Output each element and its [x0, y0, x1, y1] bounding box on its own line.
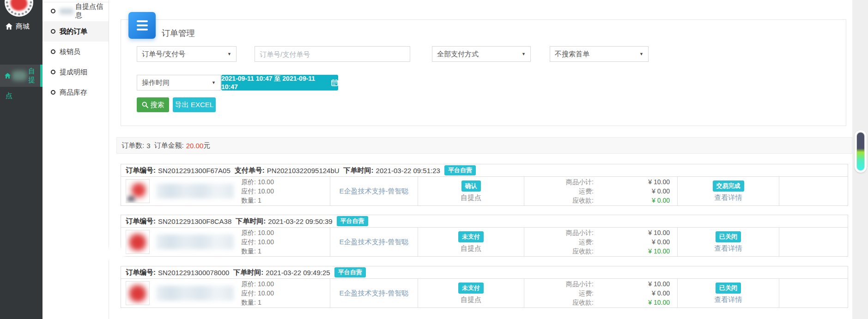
redaction-smudge	[99, 247, 125, 260]
filter-panel	[121, 19, 846, 126]
product-cell: 原价:10.00 应付:10.00 数量:1	[121, 279, 330, 307]
page-title: 订单管理	[162, 28, 195, 39]
empty-cell	[779, 228, 848, 256]
order-card: 订单编号:SN2012291300F67A05 支付单号:PN202103220…	[121, 164, 848, 206]
pay-status-badge: 未支付	[458, 231, 484, 242]
sidebar-item-mall[interactable]: 商城	[0, 19, 42, 33]
order-number-input[interactable]	[255, 46, 410, 62]
order-number: SN2012291300078000	[158, 269, 229, 277]
platform-self-operated-badge: 平台自营	[337, 216, 368, 226]
date-range-button[interactable]: 2021-09-11 10:47 至 2021-09-11 10:47	[221, 75, 338, 90]
product-cell: 原价:10.00 应付:10.00 数量:1	[121, 228, 330, 256]
dark-sidebar: 商城 自提 点	[0, 0, 42, 319]
price-info: 原价:10.00 应付:10.00 数量:1	[241, 279, 325, 307]
submenu-sidebar: 自提点信息 我的订单 核销员 提成明细 商品库存	[42, 0, 109, 319]
radio-circle-icon	[51, 70, 55, 74]
receivable-amount: ¥ 0.00	[594, 196, 670, 205]
payment-method-select[interactable]: 全部支付方式 ▼	[432, 46, 531, 62]
scrollbar-thumb[interactable]	[856, 132, 865, 171]
totals-cell: 商品小计:¥ 10.00 运费:¥ 0.00 应收款:¥ 0.00	[524, 177, 677, 205]
time-type-select[interactable]: 操作时间 ▼	[137, 75, 221, 90]
submenu-item-label: 我的订单	[60, 27, 87, 36]
buyer-name: E企盈技术支持-曾智聪	[340, 289, 409, 298]
sidebar-item-pickup-point[interactable]: 自提	[0, 65, 42, 87]
order-number: SN2012291300F67A05	[158, 167, 231, 175]
platform-self-operated-badge: 平台自营	[334, 267, 366, 277]
order-row: 原价:10.00 应付:10.00 数量:1 E企盈技术支持-曾智聪 未支付 自…	[121, 279, 848, 307]
order-number: SN2012291300F8CA38	[158, 217, 231, 225]
order-status-badge: 交易完成	[713, 181, 744, 192]
order-amount: 20.00	[186, 142, 204, 150]
export-excel-button[interactable]: 导出 EXCEL	[173, 97, 216, 112]
calendar-icon	[331, 79, 338, 86]
product-thumbnail	[126, 179, 150, 203]
order-status-cell: 已关闭 查看详情	[677, 228, 779, 256]
radio-circle-icon	[51, 29, 55, 34]
submenu-item-label: 商品库存	[60, 88, 87, 97]
order-card: 订单编号:SN2012291300078000 下单时间:2021-03-22 …	[121, 266, 848, 308]
order-header: 订单编号:SN2012291300F8CA38 下单时间:2021-03-22 …	[121, 215, 848, 228]
buyer-name: E企盈技术支持-曾智聪	[340, 187, 409, 196]
submenu-item-label: 自提点信息	[75, 2, 109, 20]
menu-toggle-button[interactable]	[128, 12, 156, 39]
redacted-text-blob	[12, 71, 27, 81]
dropdown-arrow-icon: ▼	[212, 80, 216, 85]
sidebar-item-label: 商城	[16, 22, 30, 31]
order-status-badge: 已关闭	[716, 283, 741, 294]
delivery-method: 自提点	[461, 295, 481, 304]
empty-cell	[779, 279, 848, 307]
submenu-item-pickup-info[interactable]: 自提点信息	[42, 1, 109, 21]
view-detail-link[interactable]: 查看详情	[715, 193, 742, 202]
product-name-redacted	[156, 184, 234, 199]
empty-cell	[779, 177, 848, 205]
pay-status-cell: 确认 自提点	[418, 177, 524, 205]
view-detail-link[interactable]: 查看详情	[715, 295, 742, 304]
amount-unit: 元	[203, 141, 210, 150]
orders-summary-bar: 订单数: 3 订单金额: 20.00 元	[116, 137, 852, 154]
search-button[interactable]: 搜索	[137, 97, 169, 112]
submenu-item-my-orders[interactable]: 我的订单	[42, 21, 109, 42]
radio-circle-icon	[51, 49, 55, 54]
dropdown-arrow-icon: ▼	[522, 52, 526, 56]
order-row: 原价:10.00 应付:10.00 数量:1 E企盈技术支持-曾智聪 确认 自提…	[121, 177, 848, 205]
submenu-item-label: 提成明细	[60, 68, 87, 77]
submenu-item-label: 核销员	[60, 48, 80, 56]
order-header: 订单编号:SN2012291300F67A05 支付单号:PN202103220…	[121, 164, 848, 177]
order-number-type-select[interactable]: 订单号/支付号 ▼	[137, 46, 237, 62]
home-icon	[5, 72, 11, 79]
home-icon	[6, 23, 12, 30]
order-row: 原价:10.00 应付:10.00 数量:1 E企盈技术支持-曾智聪 未支付 自…	[121, 228, 848, 256]
view-detail-link[interactable]: 查看详情	[715, 244, 742, 253]
order-header: 订单编号:SN2012291300078000 下单时间:2021-03-22 …	[121, 266, 848, 279]
submenu-item-product-stock[interactable]: 商品库存	[42, 82, 109, 102]
order-card: 订单编号:SN2012291300F8CA38 下单时间:2021-03-22 …	[121, 215, 848, 257]
first-order-select[interactable]: 不搜索首单 ▼	[550, 46, 649, 62]
product-cell: 原价:10.00 应付:10.00 数量:1	[121, 177, 330, 205]
submenu-item-verifier[interactable]: 核销员	[42, 42, 109, 62]
sidebar-item-pickup-wrap: 点	[6, 91, 12, 100]
order-time: 2021-03-22 09:49:25	[266, 269, 330, 277]
totals-cell: 商品小计:¥ 10.00 运费:¥ 0.00 应收款:¥ 10.00	[524, 228, 677, 256]
pay-status-badge: 未支付	[458, 283, 484, 294]
dropdown-arrow-icon: ▼	[227, 52, 231, 56]
pay-status-cell: 未支付 自提点	[418, 279, 524, 307]
buyer-cell: E企盈技术支持-曾智聪	[330, 228, 418, 256]
search-icon	[142, 102, 148, 108]
submenu-list: 自提点信息 我的订单 核销员 提成明细 商品库存	[42, 1, 109, 102]
submenu-item-commission-detail[interactable]: 提成明细	[42, 62, 109, 82]
pay-status-badge: 确认	[461, 181, 481, 192]
platform-self-operated-badge: 平台自营	[444, 165, 476, 175]
order-status-cell: 已关闭 查看详情	[677, 279, 779, 307]
product-name-redacted	[156, 286, 234, 301]
radio-circle-icon	[51, 90, 55, 95]
redacted-text-blob	[60, 8, 73, 14]
buyer-cell: E企盈技术支持-曾智聪	[330, 177, 418, 205]
totals-cell: 商品小计:¥ 10.00 运费:¥ 0.00 应收款:¥ 10.00	[524, 279, 677, 307]
welfare-lottery-logo	[5, 0, 33, 17]
order-count: 3	[146, 142, 150, 150]
product-name-redacted	[156, 235, 234, 249]
product-thumbnail	[126, 281, 150, 305]
radio-circle-icon	[51, 9, 55, 13]
order-count-label: 订单数:	[121, 141, 144, 150]
order-time: 2021-03-22 09:51:23	[376, 167, 440, 175]
